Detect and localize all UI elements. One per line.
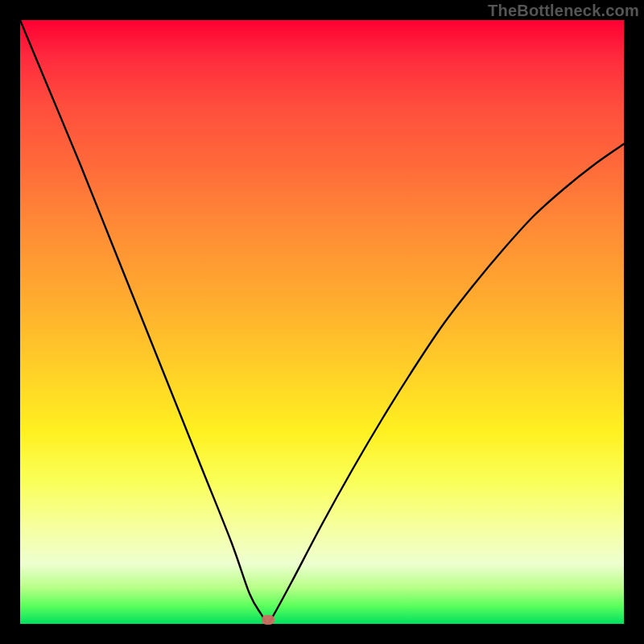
- bottleneck-curve: [20, 20, 624, 624]
- optimum-marker: [262, 615, 275, 625]
- chart-frame: [20, 20, 624, 624]
- watermark-text: TheBottleneck.com: [488, 2, 639, 20]
- curve-path: [20, 20, 624, 624]
